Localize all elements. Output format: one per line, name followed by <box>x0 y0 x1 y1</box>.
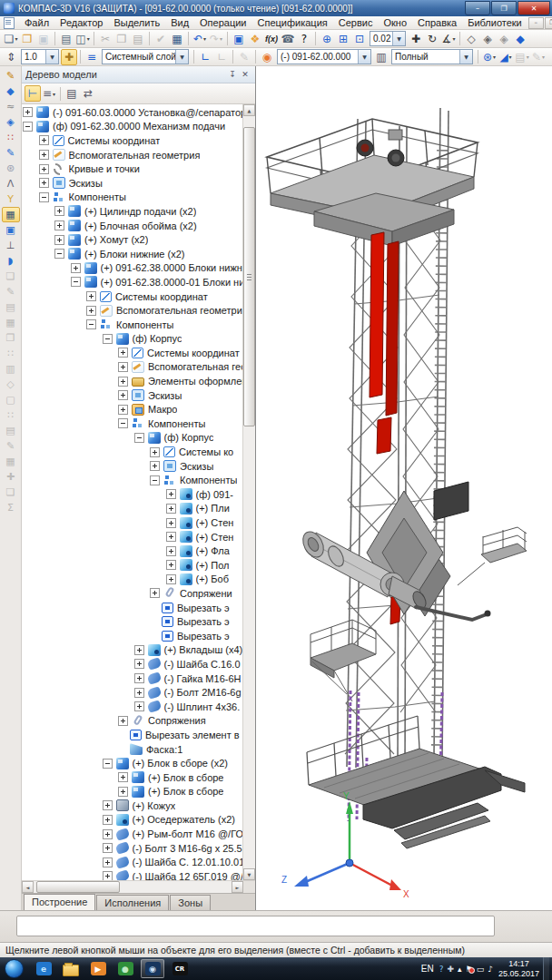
tree-row[interactable]: (ф) Корпус <box>22 431 242 446</box>
tree-row[interactable]: Системы ко <box>22 445 242 459</box>
show-hidden-icons[interactable]: ▴ <box>458 965 462 974</box>
redo-button[interactable]: ↷▾ <box>208 31 224 47</box>
measure-tool[interactable]: ⊥ <box>2 238 20 253</box>
collapse-icon[interactable] <box>86 319 96 329</box>
dropdown-caret-icon[interactable]: ▾ <box>87 35 90 42</box>
display-panel-tool[interactable]: ▣ <box>2 222 20 238</box>
dropdown-arrow-icon[interactable]: ▼ <box>45 50 58 64</box>
expand-icon[interactable] <box>134 701 144 711</box>
volume-icon[interactable]: ♪ <box>488 965 493 974</box>
tree-row[interactable]: (+) Хомут (x2) <box>22 232 242 247</box>
undo-button[interactable]: ↶▾ <box>192 31 208 47</box>
start-button[interactable] <box>5 959 24 978</box>
tree-row[interactable]: (ф) Корпус <box>22 332 242 347</box>
tree-row[interactable]: Фаска:1 <box>22 742 242 757</box>
layer-combo[interactable]: Системный слой▼ <box>102 49 189 64</box>
mates-tool[interactable]: ⊛ <box>2 161 20 176</box>
show-desktop-button[interactable] <box>543 957 549 980</box>
tree-row[interactable]: (+) 091-62.38.0000 Блоки нижние <box>22 261 242 276</box>
tree-row[interactable]: (-) 091-60.03.0000 Установка@/сепаратора <box>22 105 242 120</box>
copy-properties-button[interactable]: ✔ <box>153 31 169 47</box>
expand-icon[interactable] <box>103 871 113 880</box>
solids-tool[interactable]: ◆ <box>2 83 20 99</box>
expand-icon[interactable] <box>118 772 128 782</box>
green-app-icon[interactable]: ● <box>113 959 137 978</box>
tree-row[interactable]: (+) Стен <box>22 515 242 530</box>
expand-icon[interactable] <box>71 263 81 273</box>
tool-22[interactable]: ▢ <box>2 392 20 407</box>
layers-button[interactable]: ≡ <box>84 49 100 65</box>
structure-columns-button[interactable]: ▥ <box>373 49 389 65</box>
menu-item-файл[interactable]: Файл <box>19 17 54 28</box>
expand-icon[interactable] <box>134 673 144 683</box>
collapse-icon[interactable] <box>118 418 128 428</box>
expand-icon[interactable] <box>39 150 49 160</box>
report-button[interactable]: ✎▾ <box>530 49 547 65</box>
tree-row[interactable]: Компоненты <box>22 318 242 332</box>
expand-icon[interactable] <box>150 588 160 598</box>
tree-row[interactable]: (+) Пли <box>22 502 242 516</box>
sketch-tool[interactable]: ✎ <box>2 145 20 161</box>
tree-row[interactable]: Вспомогательная геометрия <box>22 303 242 318</box>
tree-row[interactable]: (+) Рым-болт М16 @/ГОС <box>22 827 242 841</box>
tab-исполнения[interactable]: Исполнения <box>96 895 169 910</box>
dropdown-caret-icon[interactable]: ▾ <box>527 54 529 60</box>
variables-button[interactable]: f(x) <box>263 31 280 47</box>
collapse-icon[interactable] <box>39 192 49 202</box>
tool-27[interactable]: ✚ <box>2 469 20 485</box>
expand-icon[interactable] <box>134 659 144 669</box>
dropdown-caret-icon[interactable]: ▾ <box>15 35 17 42</box>
new-document-button[interactable]: ❏▾ <box>3 31 19 47</box>
language-indicator[interactable]: EN <box>421 964 434 974</box>
tree-row[interactable]: Эскизы <box>22 459 242 474</box>
message-input-bar[interactable] <box>16 916 495 936</box>
expand-icon[interactable] <box>118 362 128 372</box>
paste-button[interactable]: ▤ <box>130 31 146 47</box>
menu-item-спецификация[interactable]: Спецификация <box>252 17 333 28</box>
windows-explorer-icon[interactable] <box>59 959 83 978</box>
vertical-scroll-thumb[interactable] <box>243 127 255 426</box>
local-cs-button[interactable]: ∟ <box>197 49 213 65</box>
taskbar-clock[interactable]: 14:17 25.05.2017 <box>498 959 539 979</box>
tool-17[interactable]: ▦ <box>2 315 20 330</box>
menu-item-сервис[interactable]: Сервис <box>333 17 379 28</box>
tab-построение[interactable]: Построение <box>24 894 95 910</box>
collapse-icon[interactable] <box>23 122 33 132</box>
model-preview-button[interactable]: ❖ <box>247 31 263 47</box>
cr-app-icon[interactable]: CR <box>168 959 192 978</box>
tool-29[interactable]: Σ <box>2 500 20 515</box>
tree-row[interactable]: Вырезать э <box>22 601 242 615</box>
edit-sketch-button[interactable]: ✎ <box>236 49 252 65</box>
dropdown-caret-icon[interactable]: ▾ <box>220 35 222 42</box>
expand-icon[interactable] <box>134 645 144 655</box>
minimize-button[interactable]: – <box>465 1 490 15</box>
tree-row[interactable]: Элементы оформлен <box>22 374 242 388</box>
dropdown-caret-icon[interactable]: ▾ <box>493 54 496 60</box>
expand-icon[interactable] <box>118 390 128 400</box>
expand-icon[interactable] <box>86 306 96 316</box>
new-window-button[interactable]: ▣ <box>231 31 247 47</box>
collapse-icon[interactable] <box>103 759 113 769</box>
tree-row[interactable]: (-) Болт 2М16-6g <box>22 685 242 700</box>
expand-icon[interactable] <box>166 532 176 542</box>
current-model-combo[interactable]: (-) 091-62.00.000▼ <box>277 49 371 64</box>
collapse-icon[interactable] <box>103 334 113 344</box>
tree-row[interactable]: (+) Фла <box>22 544 242 558</box>
cs-settings-button[interactable]: ∟ <box>213 49 230 65</box>
zoom-scale-button[interactable]: ⊡ <box>351 31 368 47</box>
tree-row[interactable]: (+) Стен <box>22 530 242 544</box>
expand-icon[interactable] <box>103 815 113 825</box>
tree-row[interactable]: (-) Шплинт 4х36. <box>22 700 242 714</box>
expand-icon[interactable] <box>103 843 113 853</box>
tool-25[interactable]: ✎ <box>2 438 20 454</box>
menu-item-выделить[interactable]: Выделить <box>108 17 165 28</box>
orientation-button[interactable]: ∡▾ <box>440 31 457 47</box>
mdi-restore-button[interactable]: ❐ <box>545 17 552 29</box>
3d-viewport[interactable]: X Y Z <box>256 66 552 910</box>
current-model-button[interactable]: ◉ <box>259 49 275 65</box>
tool-23[interactable]: ∷ <box>2 407 20 423</box>
pan-button[interactable]: ✚ <box>408 31 424 47</box>
tree-row[interactable]: Вырезать элемент в <box>22 728 242 742</box>
auxiliary-geometry-tool[interactable]: Λ <box>2 176 20 191</box>
expand-icon[interactable] <box>118 377 128 387</box>
